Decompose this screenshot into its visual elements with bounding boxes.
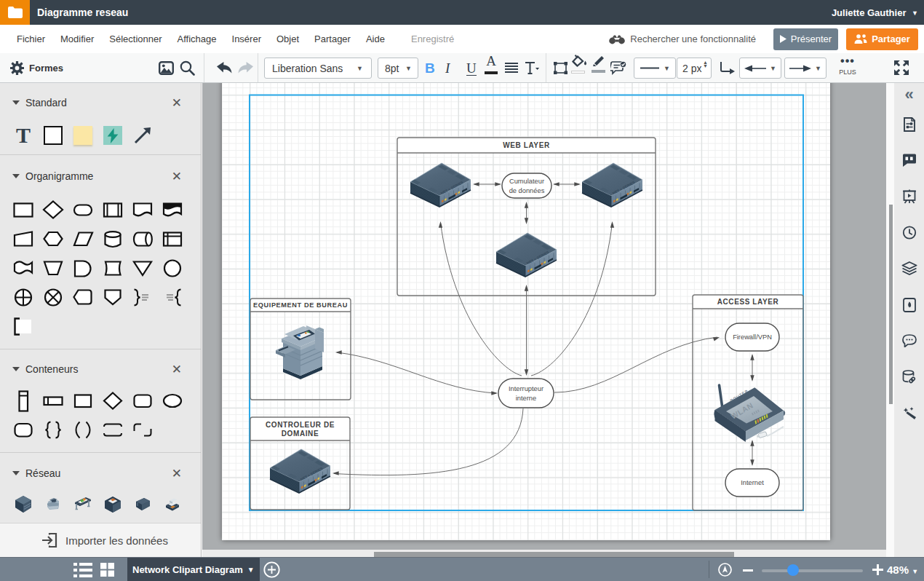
svg-text:ACCESS LAYER: ACCESS LAYER: [717, 298, 779, 306]
svg-text:CONTROLEUR DE: CONTROLEUR DE: [266, 421, 335, 429]
svg-text:interne: interne: [516, 395, 536, 402]
svg-text:Firewall/VPN: Firewall/VPN: [733, 333, 772, 341]
svg-text:Interrupteur: Interrupteur: [509, 385, 543, 392]
svg-text:Internet: Internet: [741, 479, 764, 486]
svg-text:WEB LAYER: WEB LAYER: [503, 141, 550, 149]
svg-text:EQUIPEMENT DE BUREAU: EQUIPEMENT DE BUREAU: [253, 301, 348, 309]
svg-text:DOMAINE: DOMAINE: [282, 430, 319, 438]
svg-text:de données: de données: [509, 187, 545, 194]
svg-text:Cumulateur: Cumulateur: [509, 178, 544, 185]
